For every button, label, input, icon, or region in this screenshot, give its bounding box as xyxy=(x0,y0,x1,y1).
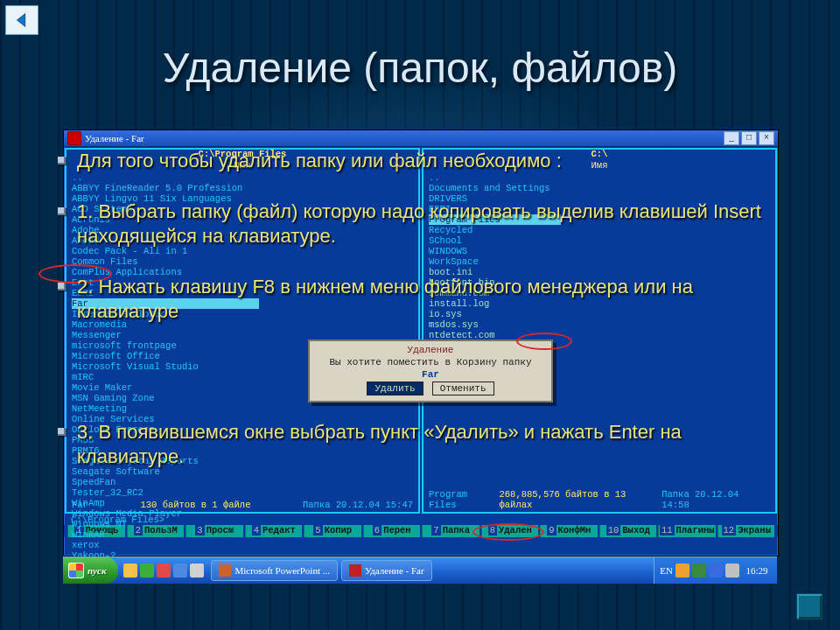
ql-icon-1[interactable] xyxy=(123,564,137,578)
quick-launch[interactable] xyxy=(123,564,204,578)
left-selected-name: Far xyxy=(72,500,88,510)
taskbar-app-powerpoint[interactable]: Microsoft PowerPoint ... xyxy=(211,560,337,581)
far-app-icon xyxy=(67,131,81,145)
bullet-3: 2. Нажать клавишу F8 в нижнем меню файло… xyxy=(47,275,788,324)
left-summary-sel: 130 байтов в 1 файле xyxy=(140,500,250,510)
tray-icon-1[interactable] xyxy=(676,564,690,578)
ql-icon-4[interactable] xyxy=(173,564,187,578)
far-window-title: Удаление - Far xyxy=(85,133,144,144)
taskbar-clock[interactable]: 16:29 xyxy=(742,565,772,576)
far-taskbar-icon xyxy=(349,564,361,577)
slide-corner-decoration xyxy=(796,593,822,620)
taskbar-app-far[interactable]: Удаление - Far xyxy=(341,560,432,581)
ql-icon-5[interactable] xyxy=(190,564,204,578)
taskbar-app2-label: Удаление - Far xyxy=(365,565,424,576)
tray-icon-3[interactable] xyxy=(709,564,723,578)
language-indicator[interactable]: EN xyxy=(660,565,673,576)
bullet-4: 3. В появившемся окне выбрать пункт «Уда… xyxy=(47,420,788,469)
taskbar-app1-label: Microsoft PowerPoint ... xyxy=(234,565,329,576)
windows-logo-icon xyxy=(68,563,84,578)
tray-icon-2[interactable] xyxy=(692,564,706,578)
fkey-10[interactable]: 10Выход xyxy=(599,525,657,537)
tray-icon-4[interactable] xyxy=(725,564,739,578)
far-titlebar[interactable]: Удаление - Far _ □ × xyxy=(64,130,778,147)
highlight-ellipse-f8 xyxy=(472,523,544,541)
fkey-9[interactable]: 9КонфМн xyxy=(540,525,598,537)
left-summary-date: Папка 20.12.04 15:47 xyxy=(303,500,413,510)
bullet-1: Для того чтобы удалить папку или файл не… xyxy=(47,149,788,173)
bullet-2: 1. Выбрать папку (файл) которую надо коп… xyxy=(47,200,788,248)
maximize-button[interactable]: □ xyxy=(741,131,757,145)
windows-taskbar[interactable]: пуск Microsoft PowerPoint ... Удаление -… xyxy=(63,556,777,584)
minimize-button[interactable]: _ xyxy=(724,131,739,145)
ql-icon-2[interactable] xyxy=(140,564,154,578)
slide-root: Удаление (папок, файлов) Удаление - Far … xyxy=(0,0,840,630)
fkey-7[interactable]: 7Папка xyxy=(422,525,480,537)
system-tray[interactable]: EN 16:29 xyxy=(654,557,777,584)
start-button[interactable]: пуск xyxy=(63,557,118,584)
ql-icon-3[interactable] xyxy=(157,564,171,578)
fkey-11[interactable]: 11Плагины xyxy=(658,525,716,537)
start-label: пуск xyxy=(88,565,106,576)
close-button[interactable]: × xyxy=(759,131,774,145)
powerpoint-icon xyxy=(219,564,231,577)
slide-title: Удаление (папок, файлов) xyxy=(0,0,840,101)
slide-bullets: Для того чтобы удалить папку или файл не… xyxy=(47,149,788,495)
fkey-12[interactable]: 12Экраны xyxy=(718,525,775,537)
